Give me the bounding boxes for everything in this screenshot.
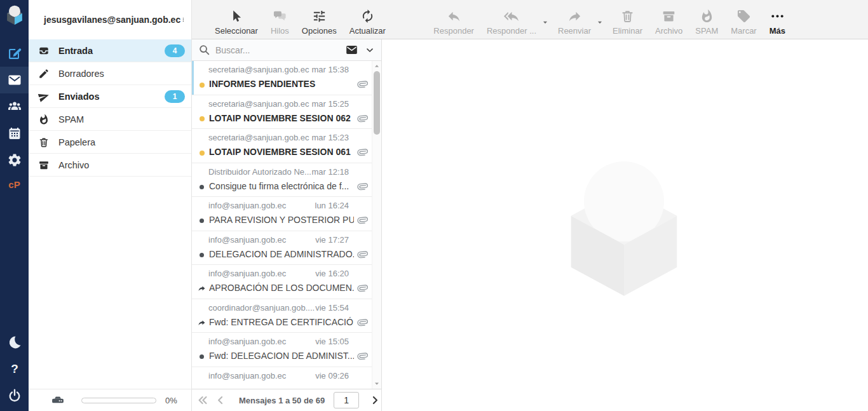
first-page-button[interactable] [196, 394, 210, 407]
toolbar-forward-button[interactable]: Reenviar [552, 3, 597, 36]
message-row[interactable]: info@sanjuan.gob.ecvie 17:27DELEGACION D… [192, 231, 372, 266]
toolbar-chat-button[interactable]: Hilos [264, 3, 295, 36]
archive-icon [38, 159, 50, 171]
pagination-label: Mensajes 1 a 50 de 69 [239, 396, 325, 405]
toolbar-button-label: Marcar [731, 26, 756, 36]
flame-icon [38, 114, 50, 125]
app-logo-icon[interactable] [0, 0, 29, 29]
compose-icon [7, 46, 22, 61]
message-subject: DELEGACION DE ADMINISTRADO... [209, 249, 354, 259]
message-date: mar 12:18 [311, 167, 349, 177]
rail-logout-button[interactable] [0, 382, 29, 409]
toolbar-ellipsis-button[interactable]: Más [763, 3, 792, 36]
message-subject: LOTAIP NOVIEMBRE SESION 062 [209, 113, 354, 123]
message-sender: info@sanjuan.gob.ec [208, 371, 286, 381]
cpanel-icon: cP [8, 179, 20, 190]
message-subject: PARA REVISION Y POSTERIOR PU... [209, 215, 354, 225]
message-row[interactable]: secretaria@sanjuan.gob.ecmar 15:25LOTAIP… [192, 95, 372, 130]
unread-dot-icon [197, 114, 207, 124]
message-row[interactable]: info@sanjuan.gob.eclun 16:24PARA REVISIO… [192, 197, 372, 231]
toolbar-archive-button[interactable]: Archivo [649, 3, 689, 36]
sidebar-item-enviados[interactable]: Enviados1 [29, 85, 191, 108]
sidebar-item-archivo[interactable]: Archivo [29, 154, 191, 177]
message-date: mar 15:25 [311, 99, 349, 109]
message-row[interactable]: info@sanjuan.gob.ecvie 09:26 [192, 367, 372, 389]
scroll-down-icon[interactable] [372, 380, 381, 387]
toolbar-button-label: Reenviar [558, 26, 591, 36]
paperclip-icon [354, 178, 370, 194]
rail-settings-button[interactable] [0, 147, 29, 173]
next-page-button[interactable] [368, 394, 382, 407]
top-toolbar: SeleccionarHilosOpcionesActualizar Respo… [192, 0, 868, 39]
toolbar-right-group: ResponderResponder ...ReenviarEliminarAr… [427, 3, 792, 36]
scroll-up-icon[interactable] [372, 62, 381, 70]
message-row[interactable]: info@sanjuan.gob.ecvie 15:05Fwd: DELEGAC… [192, 333, 372, 367]
toolbar-tag-button[interactable]: Marcar [724, 3, 763, 36]
toolbar-button-label: Archivo [655, 26, 682, 36]
rail-mail-button[interactable] [0, 67, 29, 93]
message-date: vie 15:05 [315, 337, 349, 346]
toolbar-tune-button[interactable]: Opciones [295, 3, 343, 36]
message-row[interactable]: Distribuidor Autorizado Ne...mar 12:18Co… [192, 163, 372, 198]
caret-down-icon[interactable] [540, 17, 550, 27]
toolbar-reply-button[interactable]: Responder [427, 3, 480, 36]
forwarded-icon [197, 284, 207, 293]
folder-label: Archivo [58, 160, 89, 170]
archive-icon [661, 9, 676, 24]
toolbar-refresh-button[interactable]: Actualizar [343, 3, 392, 36]
sidebar-item-borradores[interactable]: Borradores [29, 62, 191, 85]
message-sender: coordinador@sanjuan.gob.... [208, 303, 315, 313]
folder-sidebar: jesusgavilanes@sanjuan.gob.ec Entrada4Bo… [29, 0, 192, 411]
read-dot-icon [197, 182, 207, 192]
forward-icon [567, 9, 582, 24]
toolbar-flame-button[interactable]: SPAM [689, 3, 724, 36]
message-row[interactable]: secretaria@sanjuan.gob.ecmar 15:23LOTAIP… [192, 129, 372, 163]
tune-icon [312, 9, 327, 24]
search-input[interactable] [215, 45, 345, 55]
power-icon [7, 388, 22, 403]
rail-help-button[interactable]: ? [0, 356, 29, 382]
toolbar-reply-all-button[interactable]: Responder ... [480, 3, 543, 36]
message-date: lun 16:24 [315, 201, 349, 210]
sidebar-item-spam[interactable]: SPAM [29, 108, 191, 131]
rail-compose-button[interactable] [0, 40, 29, 67]
source-envelope-icon[interactable] [345, 43, 358, 57]
ellipsis-icon [770, 9, 785, 24]
sidebar-item-entrada[interactable]: Entrada4 [29, 39, 191, 62]
toolbar-trash-button[interactable]: Eliminar [606, 3, 649, 36]
tag-icon [736, 9, 751, 24]
chevron-down-icon[interactable] [365, 45, 375, 55]
paperclip-icon [354, 212, 370, 227]
toolbar-button-label: Seleccionar [215, 26, 258, 36]
caret-down-icon[interactable] [595, 17, 605, 27]
calendar-icon [7, 126, 22, 141]
rail-dark-mode-button[interactable] [0, 329, 29, 356]
rail-calendar-button[interactable] [0, 120, 29, 147]
page-number-input[interactable] [334, 392, 359, 408]
unread-dot-icon [197, 80, 207, 90]
webmail-app: cP ? jesusgavilanes@sanjuan.gob.ec Entra… [0, 0, 868, 411]
inbox-icon [38, 45, 50, 57]
scrollbar-thumb[interactable] [374, 71, 380, 135]
toolbar-cursor-button[interactable]: Seleccionar [208, 3, 264, 36]
rail-contacts-button[interactable] [0, 93, 29, 120]
rail-cpanel-button[interactable]: cP [0, 173, 29, 195]
message-date: vie 09:26 [315, 371, 349, 381]
read-dot-icon [197, 352, 207, 361]
message-subject: Consigue tu firma electrónica de f... [209, 181, 354, 191]
trash-icon [620, 9, 635, 24]
quota-bar: 0% [29, 389, 191, 411]
message-row[interactable]: info@sanjuan.gob.ecvie 16:20APROBACIÓN D… [192, 265, 372, 299]
message-row[interactable]: secretaria@sanjuan.gob.ecmar 15:38INFORM… [192, 61, 372, 95]
scrollbar [372, 61, 381, 389]
unread-dot-icon [197, 148, 207, 158]
message-row[interactable]: coordinador@sanjuan.gob....vie 15:54Fwd:… [192, 299, 372, 334]
quota-progress [81, 398, 156, 403]
message-sender: info@sanjuan.gob.ec [208, 235, 286, 245]
previous-page-button[interactable] [214, 394, 227, 407]
sidebar-item-papelera[interactable]: Papelera [29, 131, 191, 154]
kebab-menu-icon[interactable] [180, 13, 186, 26]
message-subject: APROBACIÓN DE LOS DOCUMEN... [209, 283, 354, 293]
message-list: secretaria@sanjuan.gob.ecmar 15:38INFORM… [192, 61, 372, 389]
message-date: mar 15:23 [311, 133, 349, 142]
